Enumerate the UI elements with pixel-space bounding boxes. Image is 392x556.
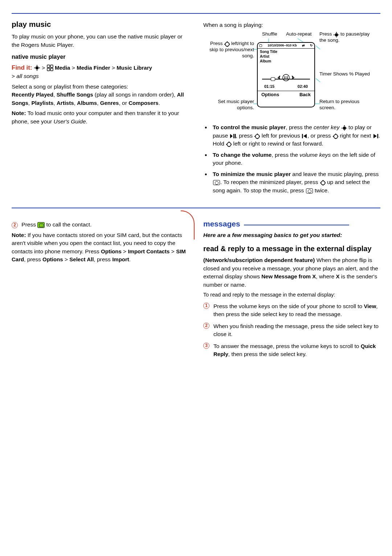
cat-artists: Artists (57, 100, 74, 106)
msg-step-3: 3To answer the message, press the volume… (213, 342, 380, 359)
phone-screen: ▢ 10/10/2006--910 Kb ⇄ ↻ Song Title Arti… (257, 42, 315, 107)
softkey-back: Back (299, 92, 311, 98)
categories-para: Select a song or playlist from these cat… (12, 83, 189, 107)
b3-b: and leave the music playing, press (291, 171, 379, 177)
messages-rule (244, 225, 349, 225)
path-music-library: Music Library (117, 65, 152, 71)
gt3: > (63, 256, 70, 262)
col-contacts-continued: 2 Press to call the contact. Note: If yo… (12, 218, 189, 362)
mid-divider (12, 208, 380, 208)
red-corner-decoration (181, 210, 195, 240)
status-bar: ▢ 10/10/2006--910 Kb ⇄ ↻ (258, 43, 314, 49)
nav-key-icon (332, 133, 338, 139)
p-import: Import (112, 256, 129, 262)
menu-icon (47, 65, 53, 71)
path-all-songs: all songs (16, 73, 38, 79)
press3: , press (94, 256, 112, 262)
lbl-autorepeat: Auto-repeat (286, 31, 312, 37)
s3-a: To answer the message, press the volume … (213, 343, 361, 349)
time-elapsed: 01:15 (264, 84, 274, 89)
step-2-marker-b: 2 (203, 323, 209, 329)
gt2: > (170, 248, 176, 254)
p-select-all: Select All (69, 256, 94, 262)
path-media-finder: Media Finder (77, 65, 110, 71)
svg-line-21 (316, 46, 320, 49)
b1-f: , or press (307, 132, 332, 139)
p-options: Options (101, 248, 122, 254)
p-options2: Options (42, 256, 63, 262)
player-figure: Shuffle Auto-repeat Press left/right to … (203, 31, 374, 118)
center-key-icon (341, 125, 347, 131)
note-users-guide: User's Guide (53, 118, 86, 124)
find-it-label: Find it: (12, 64, 32, 71)
bullet-minimize: To minimize the music player and leave t… (213, 170, 380, 195)
b1-b: , press the (286, 124, 314, 130)
prev-icon (302, 133, 307, 139)
b2-title: To change the volume (213, 152, 272, 158)
step-3-marker: 3 (203, 343, 209, 349)
lbl-return: Return to previous screen. (319, 99, 374, 111)
center-key-icon (333, 32, 339, 37)
bullet-volume: To change the volume, press the volume k… (213, 151, 380, 167)
repeat-icon: ↻ (310, 44, 313, 48)
s2: When you finish reading the message, pre… (213, 323, 379, 337)
col-now-playing: When a song is playing: Shuffle Auto-rep… (203, 19, 380, 197)
heading-play-music: play music (12, 19, 189, 30)
top-divider (12, 13, 380, 14)
cat-shuffle: Shuffle Songs (57, 91, 93, 98)
step-1-marker: 1 (203, 303, 209, 309)
b1-d: , press (236, 132, 254, 139)
p1-newmsg: New Message from X (261, 273, 316, 279)
lbl-pp-a: Press (319, 31, 333, 37)
b1-i: left or right to rewind or fast forward. (232, 140, 323, 147)
shuffle-icon: ⇄ (302, 44, 305, 48)
step-2-b: to call the contact. (45, 221, 91, 228)
cat-shuffle-paren: (play all songs in random order), (93, 91, 177, 98)
next-icon (373, 133, 379, 139)
sub-native-player: native music player (12, 53, 189, 61)
playpause-icon (230, 133, 236, 139)
b2-vol: volume keys (299, 152, 331, 158)
meta-album: Album (260, 59, 312, 64)
camera-key-icon (306, 188, 313, 193)
player-bullets: To control the music player, press the c… (203, 123, 380, 195)
svg-line-22 (316, 78, 320, 82)
messages-subtitle: Here are a few messaging basics to get y… (203, 231, 380, 239)
send-key-icon (37, 222, 45, 228)
gt1: > (122, 248, 128, 254)
cat-composers: Composers (128, 100, 159, 106)
status-text: 10/10/2006--910 Kb (268, 44, 297, 48)
note-text: To load music onto your computer and the… (12, 110, 179, 124)
select-intro: Select a song or playlist from these cat… (12, 83, 128, 90)
p-import-contacts: Import Contacts (128, 248, 170, 254)
lbl-skip: Press left/right to skip to previous/nex… (203, 41, 254, 59)
nav-key-icon (254, 133, 260, 139)
b2-b: , press the (272, 152, 300, 158)
lbl-shuffle: Shuffle (262, 31, 277, 37)
meta-artist: Artist (260, 54, 312, 59)
nav-key-icon (226, 141, 232, 147)
lbl-set-options: Set music player options. (203, 99, 254, 111)
intro-text: To play music on your phone, you can use… (12, 33, 189, 49)
folder-icon: ▢ (259, 44, 262, 48)
s3-b: , then press the side select key. (228, 351, 307, 357)
b3-c: . To reopen the minimized player, press (220, 179, 320, 185)
find-it-line: Find it: > Media > Media Finder > Music … (12, 64, 189, 81)
lbl-skip-a: Press (210, 41, 224, 46)
p1-b: , where (316, 273, 336, 279)
read-reply-heading: read & reply to a message in the externa… (203, 244, 380, 254)
nav-key-icon (224, 41, 230, 47)
cat-recent: Recently Played (12, 91, 53, 98)
lbl-timer: Timer Shows % Played (319, 71, 374, 77)
b3-title: To minimize the music player (213, 171, 291, 177)
s1-view: View (364, 303, 376, 309)
s1-a: Press the volume keys on the side of you… (213, 303, 364, 309)
b1-e: left for previous (260, 132, 302, 139)
col-play-music: play music To play music on your phone, … (12, 19, 189, 197)
messages-lead2: To read and reply to the message in the … (203, 291, 380, 299)
cat-or: , or (119, 100, 128, 106)
b1-title: To control the music player (213, 124, 286, 130)
nav-key-icon (320, 180, 326, 185)
cat-genres: Genres (100, 100, 119, 106)
cat-playlists: Playlists (31, 100, 53, 106)
